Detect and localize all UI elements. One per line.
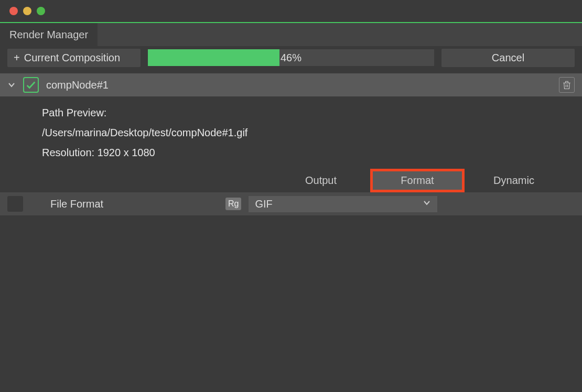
composition-name: compNode#1: [46, 79, 552, 91]
file-format-keyframe-checkbox[interactable]: [7, 196, 23, 212]
progress-percent-label: 46%: [281, 52, 301, 64]
resolution-label: Resolution:: [42, 147, 94, 158]
file-format-selected-value: GIF: [255, 198, 272, 210]
progress-fill: [148, 49, 279, 66]
file-format-dropdown[interactable]: GIF: [249, 196, 437, 212]
subtab-format[interactable]: Format: [370, 169, 465, 192]
path-preview-value-row: /Users/marina/Desktop/test/compNode#1.gi…: [42, 123, 575, 143]
window-close-button[interactable]: [9, 7, 18, 15]
tab-bar-empty: [98, 23, 582, 46]
composition-details: Path Preview: /Users/marina/Desktop/test…: [0, 96, 582, 169]
window-maximize-button[interactable]: [37, 7, 45, 15]
subtab-dynamic[interactable]: Dynamic: [467, 169, 561, 192]
cancel-button[interactable]: Cancel: [441, 49, 575, 67]
expand-toggle-icon[interactable]: [7, 81, 16, 89]
resolution-row: Resolution: 1920 x 1080: [42, 143, 575, 162]
composition-enabled-checkbox[interactable]: [23, 77, 39, 93]
file-format-label: File Format: [50, 198, 218, 210]
path-preview-label: Path Preview:: [42, 107, 106, 118]
resolution-value: 1920 x 1080: [98, 147, 155, 158]
delete-composition-button[interactable]: [559, 77, 575, 93]
path-preview-value: /Users/marina/Desktop/test/compNode#1.gi…: [42, 127, 247, 138]
window-minimize-button[interactable]: [23, 7, 31, 15]
composition-row-header: compNode#1: [0, 73, 582, 96]
tab-bar: Render Manager: [0, 23, 582, 46]
file-format-row: File Format Rg GIF: [0, 192, 582, 215]
window-titlebar: [0, 0, 582, 23]
tab-render-manager[interactable]: Render Manager: [0, 23, 98, 46]
add-composition-label: Current Composition: [24, 52, 120, 64]
render-progress-bar: 46%: [148, 49, 434, 66]
add-current-composition-button[interactable]: + Current Composition: [7, 49, 141, 67]
toolbar: + Current Composition 46% Cancel: [0, 46, 582, 69]
settings-subtabs: Output Format Dynamic: [0, 169, 582, 192]
chevron-down-icon: [423, 199, 431, 209]
render-manager-window: Render Manager + Current Composition 46%…: [0, 0, 582, 392]
rg-badge: Rg: [225, 198, 241, 210]
plus-icon: +: [14, 52, 20, 64]
path-preview-row: Path Preview:: [42, 103, 575, 123]
subtab-output[interactable]: Output: [274, 169, 368, 192]
